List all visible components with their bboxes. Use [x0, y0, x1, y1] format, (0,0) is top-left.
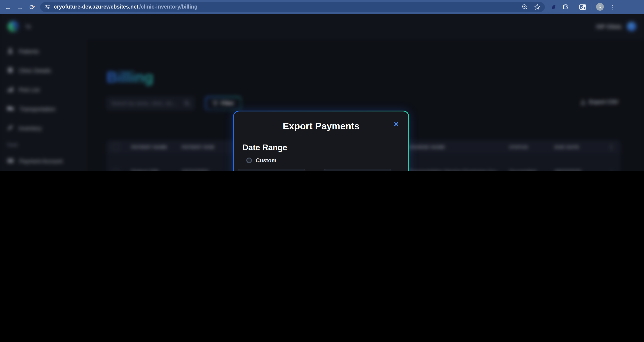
- close-icon[interactable]: ✕: [394, 121, 399, 127]
- zoom-out-icon[interactable]: [522, 4, 528, 10]
- forward-icon[interactable]: →: [16, 3, 24, 11]
- divider: [574, 4, 574, 10]
- date-range-option-custom[interactable]: Custom: [242, 157, 400, 164]
- profile-initial: R: [598, 4, 602, 9]
- side-panel-search-icon[interactable]: [579, 4, 586, 10]
- modal-title: Export Payments: [242, 121, 400, 132]
- radio-unselected[interactable]: [246, 158, 252, 163]
- address-bar[interactable]: cryofuture-dev.azurewebsites.net/clinic-…: [40, 2, 545, 12]
- divider: [591, 4, 592, 10]
- end-date-input[interactable]: MM/DD/YYYY: [323, 169, 392, 171]
- option-custom-container: Custom: [242, 157, 400, 164]
- option-left: Custom: [246, 157, 276, 164]
- export-payments-modal: Export Payments ✕ Date Range Custom MM/D…: [233, 111, 409, 171]
- reload-icon[interactable]: ⟳: [28, 3, 36, 11]
- extension-flag-icon[interactable]: [551, 3, 558, 10]
- option-label: Custom: [256, 157, 276, 164]
- browser-menu-icon[interactable]: ⋮: [608, 3, 616, 11]
- browser-profile-avatar[interactable]: R: [596, 3, 604, 11]
- back-icon[interactable]: ←: [4, 3, 12, 11]
- extensions-puzzle-icon[interactable]: [562, 3, 569, 10]
- browser-chrome: ← → ⟳ cryofuture-dev.azurewebsites.net/c…: [0, 0, 644, 14]
- date-range-heading: Date Range: [242, 143, 400, 153]
- site-settings-icon[interactable]: [44, 4, 50, 10]
- start-date-input[interactable]: MM/DD/YYYY: [237, 169, 306, 171]
- bookmark-star-icon[interactable]: [534, 4, 540, 10]
- url-path: /clinic-inventory/billing: [140, 4, 198, 10]
- url-host: cryofuture-dev.azurewebsites.net: [54, 4, 138, 10]
- custom-date-range: MM/DD/YYYY → MM/DD/YYYY: [237, 169, 400, 171]
